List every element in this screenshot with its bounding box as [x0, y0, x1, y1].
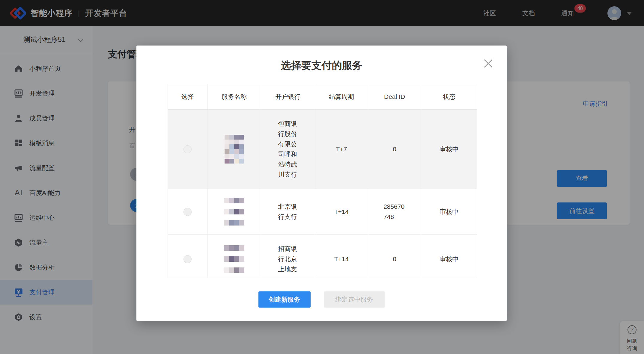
service-radio[interactable] — [183, 208, 192, 216]
service-table: 选择服务名称开户银行结算周期Deal ID状态 包商银行股份有限公司呼和浩特武川… — [168, 84, 477, 278]
deal-id-cell: 285670748 — [383, 202, 406, 222]
create-service-button[interactable]: 创建新服务 — [258, 291, 311, 308]
column-header: 开户银行 — [261, 84, 315, 109]
service-radio[interactable] — [183, 255, 192, 263]
column-header: 服务名称 — [207, 84, 261, 109]
bank-cell: 招商银行北京上地支 — [278, 244, 298, 274]
close-icon[interactable] — [482, 58, 494, 69]
cycle-cell: T+14 — [315, 189, 368, 235]
column-header: Deal ID — [368, 84, 421, 109]
status-cell: 审核中 — [421, 110, 477, 189]
service-row-1: 包商银行股份有限公司呼和浩特武川支行T+70审核中 — [168, 109, 477, 189]
service-row-2: 北京银行支行T+14285670748审核中 — [168, 189, 477, 235]
service-row-3: 招商银行北京上地支T+140审核中 — [168, 235, 477, 278]
redacted-service-name — [224, 198, 244, 226]
redacted-service-name — [225, 135, 244, 164]
service-radio[interactable] — [183, 145, 192, 153]
cycle-cell: T+14 — [315, 235, 368, 278]
table-header-row: 选择服务名称开户银行结算周期Deal ID状态 — [168, 84, 477, 109]
bind-selected-button[interactable]: 绑定选中服务 — [324, 291, 385, 308]
deal-id-cell: 0 — [393, 144, 396, 154]
status-cell: 审核中 — [421, 235, 477, 278]
bank-cell: 北京银行支行 — [278, 202, 298, 222]
status-cell: 审核中 — [421, 189, 477, 235]
deal-id-cell: 0 — [393, 254, 396, 264]
column-header: 选择 — [168, 84, 207, 109]
redacted-service-name — [224, 245, 244, 273]
bank-cell: 包商银行股份有限公司呼和浩特武川支行 — [278, 119, 298, 180]
select-service-modal: 选择要支付的服务 选择服务名称开户银行结算周期Deal ID状态 包商银行股份有… — [136, 46, 507, 321]
column-header: 状态 — [421, 84, 477, 109]
modal-title: 选择要支付的服务 — [136, 59, 507, 72]
cycle-cell: T+7 — [315, 110, 368, 189]
column-header: 结算周期 — [315, 84, 368, 109]
